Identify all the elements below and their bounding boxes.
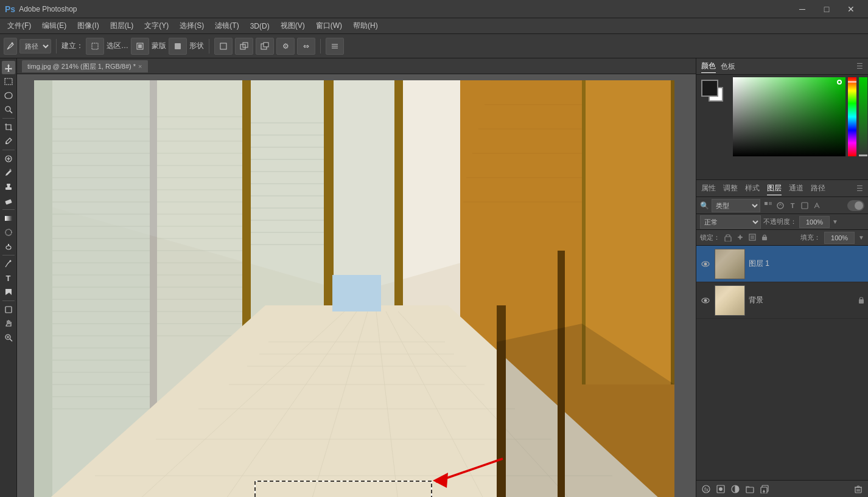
titlebar-controls: ─ □ ✕ <box>790 0 863 18</box>
dodge-tool[interactable] <box>2 240 15 253</box>
path-new-button[interactable] <box>214 38 233 55</box>
layer-item-background[interactable]: 背景 <box>696 282 868 319</box>
menu-3d[interactable]: 3D(D) <box>245 21 275 32</box>
hand-tool[interactable] <box>2 317 15 330</box>
layers-list[interactable]: 图层 1 背景 <box>696 246 868 480</box>
pen-tool[interactable] <box>2 257 15 271</box>
svg-rect-26 <box>5 216 12 221</box>
minimize-button[interactable]: ─ <box>790 0 814 18</box>
filter-shape-icon[interactable] <box>799 200 810 211</box>
healing-tool[interactable] <box>2 152 15 165</box>
add-layer-style-button[interactable]: fx <box>700 483 712 495</box>
menu-edit[interactable]: 编辑(E) <box>37 19 71 32</box>
build-select-button[interactable] <box>86 38 104 55</box>
add-adjustment-layer-button[interactable] <box>729 483 741 495</box>
layer-1-visibility-toggle[interactable] <box>700 259 711 269</box>
menu-layer[interactable]: 图层(L) <box>105 19 139 32</box>
blur-tool[interactable] <box>2 226 15 239</box>
menu-window[interactable]: 窗口(W) <box>311 19 347 32</box>
opacity-arrow[interactable]: ▼ <box>832 218 838 225</box>
tool-sep-3 <box>2 209 15 210</box>
color-panel-menu[interactable]: ☰ <box>856 62 863 71</box>
lock-all-icon[interactable] <box>760 233 769 243</box>
new-layer-button[interactable] <box>758 483 771 495</box>
svg-point-156 <box>704 262 707 265</box>
new-layer-group-button[interactable] <box>744 483 756 495</box>
move-tool[interactable] <box>2 61 15 74</box>
fill-arrow[interactable]: ▼ <box>858 234 864 241</box>
alpha-slider[interactable] <box>859 77 867 156</box>
brush-tool[interactable] <box>2 166 15 179</box>
filter-text-icon[interactable]: T <box>787 200 798 211</box>
blend-opacity-row: 正常 不透明度： ▼ <box>696 214 868 230</box>
menu-help[interactable]: 帮助(H) <box>348 19 383 32</box>
path-settings-button[interactable]: ⚙ <box>276 38 295 55</box>
menu-file[interactable]: 文件(F) <box>2 19 36 32</box>
layer-type-filter[interactable]: 类型 <box>712 199 760 212</box>
crop-tool[interactable] <box>2 120 15 134</box>
pen-tool-button[interactable] <box>4 38 17 55</box>
menu-view[interactable]: 视图(V) <box>276 19 310 32</box>
paths-tab[interactable]: 路径 <box>811 182 825 195</box>
menu-text[interactable]: 文字(Y) <box>139 19 173 32</box>
eyedropper-tool[interactable] <box>2 134 15 148</box>
layer-item-1[interactable]: 图层 1 <box>696 246 868 282</box>
text-tool[interactable]: T <box>2 271 15 285</box>
lock-position-icon[interactable] <box>736 233 744 243</box>
build-shape-button[interactable] <box>169 38 187 55</box>
filter-adjustment-icon[interactable] <box>775 200 786 211</box>
eraser-tool[interactable] <box>2 194 15 207</box>
menu-select[interactable]: 选择(S) <box>175 19 209 32</box>
delete-layer-button[interactable] <box>852 483 864 495</box>
path-extra-button[interactable] <box>326 38 344 55</box>
path-type-select[interactable]: 路径 <box>19 39 51 54</box>
add-layer-mask-button[interactable] <box>715 483 727 495</box>
channels-tab[interactable]: 通道 <box>789 182 803 195</box>
opacity-input[interactable] <box>799 216 830 228</box>
photoshop-canvas[interactable] <box>34 80 674 497</box>
path-align-button[interactable]: ⇔ <box>297 38 315 55</box>
hue-slider[interactable] <box>848 77 856 156</box>
restore-button[interactable]: □ <box>814 0 839 18</box>
background-lock-icon <box>858 296 864 305</box>
lock-pixels-icon[interactable] <box>724 233 732 243</box>
styles-tab[interactable]: 样式 <box>745 182 760 195</box>
swatches-tab[interactable]: 色板 <box>721 60 735 73</box>
layers-tab[interactable]: 图层 <box>767 182 782 195</box>
gradient-tool[interactable] <box>2 212 15 225</box>
canvas-tab-item[interactable]: timg.jpg @ 214% (图层 1, RGB/8#) * × <box>22 60 148 72</box>
menu-filter[interactable]: 滤镜(T) <box>210 19 243 32</box>
lock-artboard-icon[interactable] <box>748 233 757 243</box>
marquee-tool[interactable] <box>2 75 15 88</box>
color-spectrum[interactable] <box>733 77 845 156</box>
filter-pixel-icon[interactable] <box>763 200 774 211</box>
path-select-tool[interactable] <box>2 285 15 299</box>
svg-point-21 <box>9 169 11 171</box>
build-mask-button[interactable] <box>131 38 149 55</box>
properties-tab[interactable]: 属性 <box>701 182 716 195</box>
close-button[interactable]: ✕ <box>839 0 863 18</box>
color-tab[interactable]: 颜色 <box>701 60 716 73</box>
path-subtract-button[interactable] <box>256 38 274 55</box>
right-panel: 颜色 色板 ☰ <box>696 58 868 497</box>
layer-filter-toggle[interactable] <box>847 200 864 211</box>
lasso-tool[interactable] <box>2 89 15 102</box>
canvas-tab-close[interactable]: × <box>138 63 142 70</box>
filter-smart-icon[interactable] <box>811 200 822 211</box>
fill-input[interactable] <box>824 232 855 244</box>
fg-color-swatch[interactable] <box>701 80 718 97</box>
panel-menu-button[interactable]: ☰ <box>856 184 863 193</box>
shape-tool[interactable] <box>2 303 15 316</box>
quick-select-tool[interactable] <box>2 103 15 116</box>
svg-line-34 <box>10 339 12 341</box>
background-visibility-toggle[interactable] <box>700 295 711 306</box>
canvas-content[interactable]: ‹ <box>17 74 696 497</box>
menu-image[interactable]: 图像(I) <box>72 19 103 32</box>
toolbar-sep-3 <box>320 39 321 54</box>
blend-mode-select[interactable]: 正常 <box>700 215 761 229</box>
background-layer-name: 背景 <box>749 295 763 305</box>
stamp-tool[interactable] <box>2 180 15 193</box>
zoom-tool[interactable] <box>2 331 15 344</box>
path-combine-button[interactable] <box>235 38 253 55</box>
adjustments-tab[interactable]: 调整 <box>723 182 738 195</box>
